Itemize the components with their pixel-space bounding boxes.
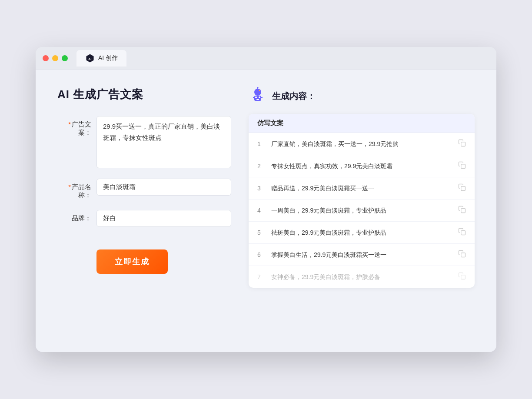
ad-copy-label: *广告文案： xyxy=(57,116,96,137)
svg-point-8 xyxy=(257,87,259,88)
svg-rect-3 xyxy=(254,96,261,101)
copy-icon[interactable] xyxy=(458,183,466,193)
copy-icon[interactable] xyxy=(458,272,466,282)
row-text: 掌握美白生活，29.9元美白淡斑霜买一送一 xyxy=(271,250,453,259)
browser-tab[interactable]: AI AI 创作 xyxy=(76,50,126,66)
row-number: 5 xyxy=(257,229,266,236)
svg-rect-6 xyxy=(256,99,259,100)
svg-rect-13 xyxy=(461,164,466,169)
result-rows-container: 1厂家直销，美白淡斑霜，买一送一，29.9元抢购 2专抹女性斑点，真实功效，29… xyxy=(249,133,475,288)
results-section-title: 生成内容： xyxy=(272,90,316,102)
svg-point-5 xyxy=(259,96,260,98)
browser-content: AI 生成广告文案 *广告文案： *产品名称： 品牌： 立 xyxy=(36,70,496,352)
right-panel: 生成内容： 仿写文案 1厂家直销，美白淡斑霜，买一送一，29.9元抢购 2专抹女… xyxy=(249,87,475,335)
row-number: 2 xyxy=(257,163,266,170)
row-number: 6 xyxy=(257,251,266,258)
svg-point-4 xyxy=(255,96,257,98)
result-row: 2专抹女性斑点，真实功效，29.9元美白淡斑霜 xyxy=(249,155,475,177)
svg-point-2 xyxy=(254,89,261,96)
results-table: 仿写文案 1厂家直销，美白淡斑霜，买一送一，29.9元抢购 2专抹女性斑点，真实… xyxy=(249,114,475,288)
row-text: 专抹女性斑点，真实功效，29.9元美白淡斑霜 xyxy=(271,162,453,171)
result-row: 7女神必备，29.9元美白淡斑霜，护肤必备 xyxy=(249,266,475,288)
browser-titlebar: AI AI 创作 xyxy=(36,47,496,70)
brand-label: 品牌： xyxy=(57,210,96,223)
ai-tab-icon: AI xyxy=(85,53,95,63)
copy-icon[interactable] xyxy=(458,161,466,171)
copy-icon[interactable] xyxy=(458,250,466,259)
brand-row: 品牌： xyxy=(57,210,231,227)
svg-rect-17 xyxy=(461,253,466,257)
row-number: 3 xyxy=(257,185,266,192)
maximize-button[interactable] xyxy=(62,55,68,61)
ad-copy-row: *广告文案： xyxy=(57,116,231,168)
generate-button[interactable]: 立即生成 xyxy=(96,249,168,274)
svg-text:AI: AI xyxy=(88,57,91,60)
copy-icon[interactable] xyxy=(458,206,466,215)
robot-icon xyxy=(249,87,267,105)
minimize-button[interactable] xyxy=(52,55,58,61)
product-name-required: * xyxy=(68,183,71,190)
ad-copy-input[interactable] xyxy=(96,116,231,168)
left-panel: AI 生成广告文案 *广告文案： *产品名称： 品牌： 立 xyxy=(57,87,231,335)
row-number: 7 xyxy=(257,273,266,280)
row-number: 4 xyxy=(257,207,266,214)
tab-label: AI 创作 xyxy=(98,54,118,62)
product-name-input[interactable] xyxy=(96,179,231,196)
row-text: 一周美白，29.9元美白淡斑霜，专业护肤品 xyxy=(271,206,453,215)
result-row: 6掌握美白生活，29.9元美白淡斑霜买一送一 xyxy=(249,244,475,266)
svg-rect-12 xyxy=(461,142,466,146)
svg-rect-14 xyxy=(461,186,466,191)
product-name-label: *产品名称： xyxy=(57,179,96,200)
product-name-row: *产品名称： xyxy=(57,179,231,200)
svg-rect-18 xyxy=(461,275,466,279)
row-text: 女神必备，29.9元美白淡斑霜，护肤必备 xyxy=(271,273,453,282)
row-number: 1 xyxy=(257,140,266,147)
row-text: 祛斑美白，29.9元美白淡斑霜，专业护肤品 xyxy=(271,228,453,237)
result-row: 4一周美白，29.9元美白淡斑霜，专业护肤品 xyxy=(249,200,475,222)
close-button[interactable] xyxy=(43,55,49,61)
copy-icon[interactable] xyxy=(458,139,466,149)
row-text: 赠品再送，29.9元美白淡斑霜买一送一 xyxy=(271,184,453,193)
traffic-lights xyxy=(43,55,68,61)
result-row: 3赠品再送，29.9元美白淡斑霜买一送一 xyxy=(249,177,475,200)
page-title: AI 生成广告文案 xyxy=(57,87,231,102)
svg-rect-15 xyxy=(461,209,466,213)
svg-rect-16 xyxy=(461,231,466,235)
copy-icon[interactable] xyxy=(458,228,466,237)
result-row: 1厂家直销，美白淡斑霜，买一送一，29.9元抢购 xyxy=(249,133,475,155)
result-row: 5祛斑美白，29.9元美白淡斑霜，专业护肤品 xyxy=(249,222,475,244)
brand-input[interactable] xyxy=(96,210,231,227)
svg-point-11 xyxy=(259,90,260,91)
browser-window: AI AI 创作 AI 生成广告文案 *广告文案： *产品名称： xyxy=(36,47,496,352)
results-header-row: 生成内容： xyxy=(249,87,475,105)
row-text: 厂家直销，美白淡斑霜，买一送一，29.9元抢购 xyxy=(271,140,453,149)
results-column-header: 仿写文案 xyxy=(249,114,475,133)
ad-copy-required: * xyxy=(68,120,71,128)
